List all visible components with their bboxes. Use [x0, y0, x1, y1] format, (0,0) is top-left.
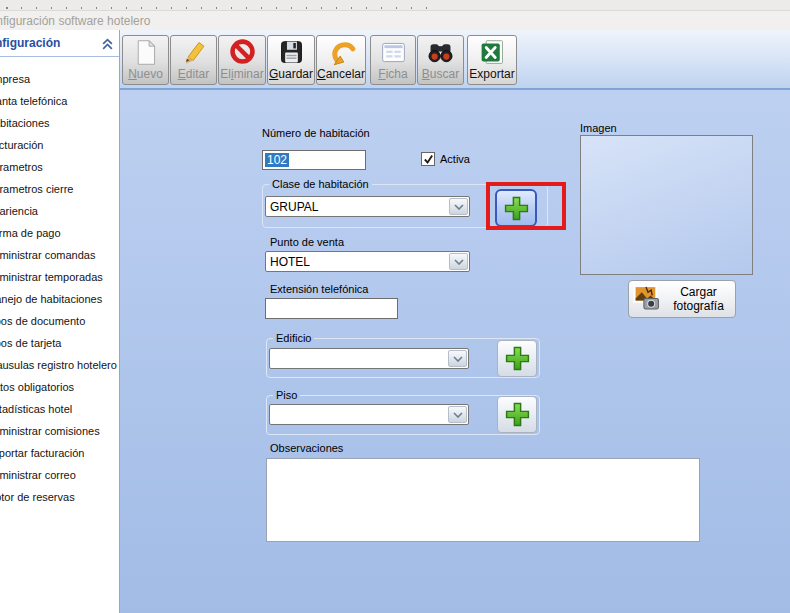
- sidebar-item[interactable]: Tipos de documento: [0, 310, 119, 332]
- buscar-button[interactable]: Buscar: [417, 35, 464, 85]
- sidebar-item-label: Parametros: [0, 156, 43, 178]
- notes-label: Observaciones: [270, 442, 343, 454]
- activa-label: Activa: [440, 153, 470, 165]
- sidebar-item-label: Datos obligatorios: [0, 376, 74, 398]
- nuevo-button[interactable]: Nuevo: [122, 35, 169, 85]
- exportar-button[interactable]: Exportar: [467, 35, 517, 85]
- room-number-label: Número de habitación: [262, 127, 370, 139]
- sidebar-item-label: Tipos de tarjeta: [0, 332, 61, 354]
- sidebar-item-label: Administrar correo: [0, 464, 76, 486]
- room-number-input[interactable]: 102: [262, 150, 366, 170]
- room-class-combobox[interactable]: GRUPAL: [265, 196, 470, 217]
- nuevo-label: Nuevo: [123, 67, 168, 81]
- phone-ext-label: Extensión telefónica: [270, 283, 368, 295]
- sidebar-item[interactable]: Administrar comisiones: [0, 420, 119, 442]
- sidebar-item[interactable]: Clausulas registro hotelero: [0, 354, 119, 376]
- sidebar-item-label: Parametros cierre: [0, 178, 73, 200]
- sidebar-item[interactable]: Parametros cierre: [0, 178, 119, 200]
- pos-label: Punto de venta: [270, 236, 344, 248]
- sidebar-item-label: Forma de pago: [0, 222, 61, 244]
- sidebar-item-label: Exportar facturación: [0, 442, 84, 464]
- undo-arrow-icon: [317, 38, 365, 69]
- editar-button[interactable]: Editar: [170, 35, 217, 85]
- sidebar-item-label: Habitaciones: [0, 112, 50, 134]
- forbidden-icon: [219, 38, 265, 69]
- sidebar-item[interactable]: Motor de reservas: [0, 486, 119, 508]
- floor-combobox[interactable]: [269, 404, 469, 425]
- add-floor-button[interactable]: [497, 396, 537, 433]
- binoculars-icon: [418, 38, 463, 69]
- form-icon: [371, 38, 415, 69]
- chevron-down-icon[interactable]: [449, 253, 468, 270]
- chevrons-up-icon[interactable]: [101, 37, 114, 50]
- sidebar-item-label: Motor de reservas: [0, 486, 75, 508]
- sidebar-item-label: Apariencia: [0, 200, 38, 222]
- sidebar-item-label: Administrar comisiones: [0, 420, 100, 442]
- sidebar-item-label: Administrar comandas: [0, 244, 95, 266]
- check-icon: [423, 154, 434, 165]
- sidebar: Configuración EmpresaPlanta telefónicaHa…: [0, 30, 120, 613]
- sidebar-item-label: Administrar temporadas: [0, 266, 103, 288]
- sidebar-item[interactable]: Administrar comandas: [0, 244, 119, 266]
- sidebar-list: EmpresaPlanta telefónicaHabitacionesFact…: [0, 57, 119, 508]
- sidebar-item[interactable]: Manejo de habitaciones: [0, 288, 119, 310]
- load-photo-label: Cargar fotografía: [665, 285, 732, 314]
- sidebar-item-label: Facturación: [0, 134, 43, 156]
- sidebar-item-label: Manejo de habitaciones: [0, 288, 102, 310]
- chevron-down-icon[interactable]: [448, 406, 467, 423]
- chevron-down-icon[interactable]: [448, 350, 467, 367]
- editar-label: Editar: [171, 67, 216, 81]
- sidebar-item[interactable]: Planta telefónica: [0, 90, 119, 112]
- sidebar-item[interactable]: Empresa: [0, 68, 119, 90]
- guardar-button[interactable]: Guardar: [267, 35, 315, 85]
- sidebar-item[interactable]: Administrar correo: [0, 464, 119, 486]
- sidebar-item[interactable]: Forma de pago: [0, 222, 119, 244]
- sidebar-item[interactable]: Estadísticas hotel: [0, 398, 119, 420]
- pencil-icon: [171, 38, 216, 69]
- sidebar-item[interactable]: Datos obligatorios: [0, 376, 119, 398]
- building-combobox[interactable]: [269, 348, 469, 369]
- load-photo-button[interactable]: Cargar fotografía: [628, 280, 736, 318]
- chevron-down-icon[interactable]: [449, 198, 468, 215]
- window-titlebar[interactable]: Configuración software hotelero: [0, 10, 790, 30]
- eliminar-button[interactable]: Eliminar: [218, 35, 266, 85]
- pos-value: HOTEL: [270, 255, 310, 269]
- room-number-value: 102: [265, 153, 289, 167]
- sidebar-item-label: Estadísticas hotel: [0, 398, 72, 420]
- sidebar-item[interactable]: Parametros: [0, 156, 119, 178]
- cancelar-button[interactable]: Cancelar: [316, 35, 366, 85]
- plus-icon: [504, 345, 531, 372]
- image-preview-box: [580, 135, 753, 275]
- activa-checkbox[interactable]: [421, 152, 435, 166]
- building-label: Edificio: [273, 332, 314, 344]
- image-label: Imagen: [580, 122, 617, 134]
- room-form-panel: Número de habitación 102 Activa Clase de…: [120, 90, 790, 613]
- notes-textarea[interactable]: [266, 458, 700, 542]
- cancelar-label: Cancelar: [317, 67, 365, 81]
- sidebar-item-label: Clausulas registro hotelero: [0, 354, 117, 376]
- sidebar-item[interactable]: Tipos de tarjeta: [0, 332, 119, 354]
- ficha-label: Ficha: [371, 67, 415, 81]
- new-document-icon: [123, 38, 168, 69]
- add-building-button[interactable]: [497, 340, 537, 377]
- sidebar-item[interactable]: Administrar temporadas: [0, 266, 119, 288]
- photo-camera-icon: [632, 284, 662, 315]
- sidebar-item[interactable]: Exportar facturación: [0, 442, 119, 464]
- pos-combobox[interactable]: HOTEL: [265, 251, 470, 272]
- sidebar-item[interactable]: Facturación: [0, 134, 119, 156]
- sidebar-item[interactable]: Habitaciones: [0, 112, 119, 134]
- floor-label: Piso: [273, 389, 300, 401]
- floppy-disk-icon: [268, 38, 314, 69]
- exportar-label: Exportar: [468, 67, 516, 81]
- annotation-red-box: [486, 182, 566, 230]
- clipped-background-title: [6, 7, 430, 9]
- background-window-sliver: [0, 0, 790, 10]
- eliminar-label: Eliminar: [219, 67, 265, 81]
- ficha-button[interactable]: Ficha: [370, 35, 416, 85]
- excel-icon: [468, 38, 516, 69]
- phone-ext-input[interactable]: [265, 298, 398, 319]
- plus-icon: [504, 401, 531, 428]
- toolbar: Nuevo Editar Eliminar Guardar Cancelar F…: [120, 30, 790, 90]
- sidebar-item-label: Empresa: [0, 68, 30, 90]
- sidebar-item[interactable]: Apariencia: [0, 200, 119, 222]
